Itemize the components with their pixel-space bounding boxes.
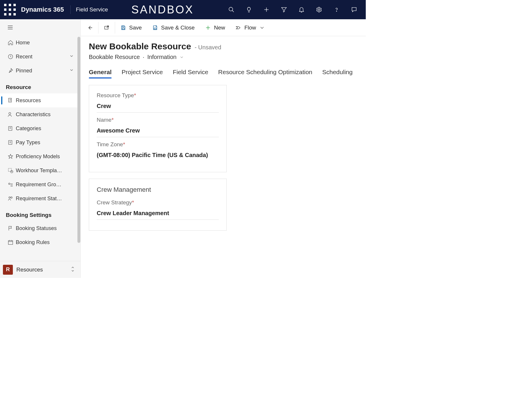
- chat-button[interactable]: [345, 0, 363, 19]
- svg-rect-5: [13, 8, 16, 11]
- separator-dot: ·: [143, 54, 145, 60]
- tab-field-service[interactable]: Field Service: [173, 69, 208, 79]
- new-label: New: [214, 25, 225, 31]
- sidebar-item-pay-types[interactable]: Pay Types: [0, 135, 78, 149]
- sidebar-item-label: Pay Types: [16, 140, 40, 146]
- lightbulb-icon: [246, 6, 252, 13]
- field-value[interactable]: Crew Leader Management: [97, 206, 219, 220]
- sidebar-item-requirement-statuses[interactable]: Requirement Stat…: [0, 191, 78, 206]
- sidebar-item-label: Resources: [16, 97, 41, 104]
- area-label: Resources: [16, 267, 43, 273]
- nav-group-resource: Resource: [0, 78, 78, 93]
- help-icon: [333, 6, 340, 13]
- sidebar-item-proficiency-models[interactable]: Proficiency Models: [0, 149, 78, 163]
- field-value[interactable]: Crew: [97, 99, 219, 113]
- workhour-icon: [8, 168, 13, 173]
- sidebar-item-label: Recent: [16, 54, 32, 60]
- sidebar-item-recent[interactable]: Recent: [0, 50, 78, 64]
- command-bar: Save Save & Close New Flow: [81, 19, 366, 36]
- svg-rect-3: [4, 8, 6, 11]
- svg-rect-23: [8, 168, 12, 172]
- tab-rso[interactable]: Resource Scheduling Optimization: [218, 69, 312, 79]
- field-time-zone[interactable]: Time Zone* (GMT-08:00) Pacific Time (US …: [97, 141, 219, 161]
- form-name: Information: [147, 54, 176, 60]
- search-button[interactable]: [223, 0, 240, 19]
- sidebar-item-label: Booking Statuses: [16, 225, 57, 231]
- sidebar-scrollbar[interactable]: [77, 37, 80, 243]
- environment-label: SANDBOX: [131, 4, 194, 16]
- sidebar-item-pinned[interactable]: Pinned: [0, 64, 78, 78]
- svg-rect-32: [154, 28, 156, 29]
- save-close-label: Save & Close: [161, 25, 195, 31]
- svg-line-10: [232, 11, 234, 12]
- flow-button[interactable]: Flow: [230, 19, 270, 36]
- sidebar-item-requirement-groups[interactable]: Requirement Gro…: [0, 177, 78, 191]
- global-nav: Dynamics 365 Field Service SANDBOX: [0, 0, 366, 19]
- svg-rect-7: [9, 13, 11, 15]
- flag-icon: [8, 225, 13, 231]
- star-icon: [8, 154, 13, 159]
- sidebar-item-label: Booking Rules: [16, 239, 50, 245]
- tab-general[interactable]: General: [89, 69, 112, 79]
- calendar-icon: [8, 239, 13, 245]
- sidebar-item-label: Requirement Gro…: [16, 182, 61, 188]
- svg-rect-1: [9, 4, 11, 6]
- resource-icon: [8, 97, 13, 103]
- chevron-down-icon: [179, 55, 184, 60]
- flow-icon: [235, 25, 241, 31]
- paytype-icon: [8, 140, 13, 145]
- category-icon: [8, 126, 13, 131]
- form-tabs: General Project Service Field Service Re…: [89, 69, 358, 79]
- save-button[interactable]: Save: [115, 19, 147, 36]
- field-label: Name: [97, 117, 112, 123]
- sidebar-item-characteristics[interactable]: Characteristics: [0, 107, 78, 121]
- form-selector[interactable]: Bookable Resource · Information: [89, 54, 358, 60]
- svg-rect-0: [4, 4, 6, 6]
- save-close-button[interactable]: Save & Close: [147, 19, 200, 36]
- svg-rect-22: [8, 140, 12, 144]
- gear-icon: [316, 6, 322, 13]
- sidebar-item-categories[interactable]: Categories: [0, 121, 78, 135]
- tab-project-service[interactable]: Project Service: [122, 69, 163, 79]
- sitemap-toggle-button[interactable]: [0, 19, 80, 36]
- sidebar-item-home[interactable]: Home: [0, 36, 78, 50]
- sitemap: Home Recent Pinned Resource Resources Ch…: [0, 19, 81, 278]
- field-resource-type[interactable]: Resource Type* Crew: [97, 92, 219, 113]
- tab-scheduling[interactable]: Scheduling: [322, 69, 353, 79]
- sidebar-item-booking-statuses[interactable]: Booking Statuses: [0, 221, 78, 235]
- brand-label[interactable]: Dynamics 365: [17, 6, 68, 13]
- plus-icon: [205, 25, 211, 31]
- save-icon: [120, 25, 126, 31]
- svg-rect-30: [122, 26, 124, 27]
- sidebar-item-workhour-templates[interactable]: Workhour Templa…: [0, 163, 78, 177]
- new-button[interactable]: New: [200, 19, 230, 36]
- back-button[interactable]: [82, 19, 98, 36]
- svg-point-13: [318, 9, 320, 11]
- back-arrow-icon: [87, 25, 93, 31]
- field-value[interactable]: (GMT-08:00) Pacific Time (US & Canada): [97, 148, 219, 161]
- sidebar-item-booking-rules[interactable]: Booking Rules: [0, 235, 78, 249]
- sidebar-item-resources[interactable]: Resources: [0, 93, 78, 107]
- global-commands: [223, 0, 363, 19]
- area-badge: R: [3, 265, 13, 275]
- svg-point-20: [9, 112, 11, 114]
- svg-point-9: [229, 7, 233, 11]
- field-value[interactable]: Awesome Crew: [97, 123, 219, 137]
- filter-button[interactable]: [275, 0, 293, 19]
- app-launcher-button[interactable]: [3, 0, 17, 19]
- area-switcher[interactable]: R Resources: [0, 261, 80, 278]
- field-crew-strategy[interactable]: Crew Strategy* Crew Leader Management: [97, 199, 219, 220]
- app-name-label[interactable]: Field Service: [73, 6, 111, 13]
- assistant-button[interactable]: [240, 0, 258, 19]
- svg-rect-28: [8, 241, 13, 244]
- field-name[interactable]: Name* Awesome Crew: [97, 117, 219, 137]
- open-new-window-button[interactable]: [98, 19, 115, 36]
- waffle-icon: [3, 3, 17, 17]
- notifications-button[interactable]: [293, 0, 310, 19]
- settings-button[interactable]: [310, 0, 328, 19]
- svg-point-26: [9, 197, 10, 198]
- add-button[interactable]: [258, 0, 275, 19]
- section-crew-management: Crew Management Crew Strategy* Crew Lead…: [89, 179, 227, 231]
- section-general: Resource Type* Crew Name* Awesome Crew T…: [89, 85, 227, 172]
- help-button[interactable]: [328, 0, 345, 19]
